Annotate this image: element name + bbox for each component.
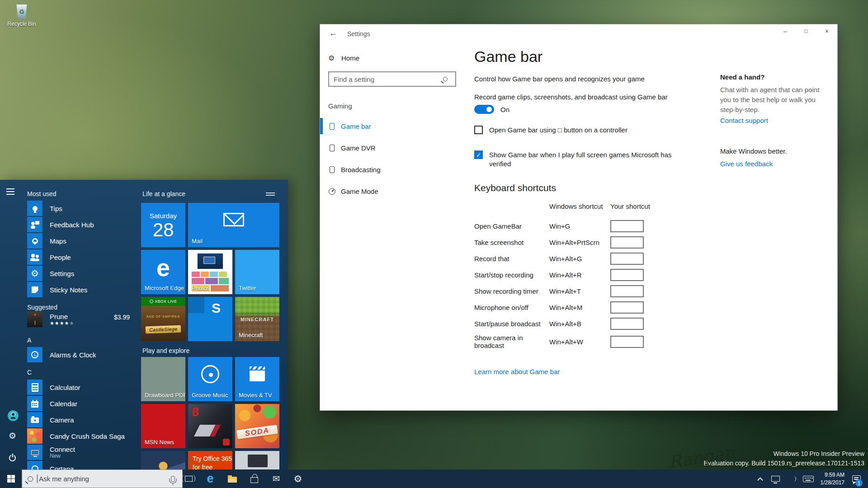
home-label: Home	[341, 54, 359, 62]
new-badge: New	[50, 453, 75, 459]
tile-microsoft-edge[interactable]: e Microsoft Edge	[141, 250, 185, 294]
your-shortcut-input[interactable]	[610, 318, 644, 330]
shortcut-action: Take screenshot	[474, 239, 549, 246]
record-toggle[interactable]	[474, 105, 494, 114]
app-item-alarms-clock[interactable]: Alarms & Clock	[27, 347, 96, 362]
edge-icon: e	[207, 473, 213, 485]
group-drag-handle[interactable]	[266, 192, 275, 196]
tile-drawboard-pdf[interactable]: Drawboard PDF	[141, 357, 185, 401]
back-button[interactable]: ←	[327, 28, 339, 39]
shortcut-keys: Win+Alt+G	[549, 255, 610, 263]
learn-more-link[interactable]: Learn more about Game bar	[474, 368, 560, 375]
clock-date: 1/28/2017	[816, 479, 844, 487]
tile-msn-news[interactable]: MSN News	[141, 404, 185, 448]
recycle-bin[interactable]: ♻ Recycle Bin	[7, 5, 36, 27]
taskbar-clock[interactable]: 9:59 AM 1/28/2017	[816, 471, 844, 487]
tile-group-header-2[interactable]: Play and explore	[142, 347, 189, 354]
your-shortcut-input[interactable]	[610, 269, 644, 281]
mail-button[interactable]: ✉	[265, 469, 287, 488]
microphone-icon[interactable]	[171, 476, 175, 482]
app-item-sticky-notes[interactable]: Sticky Notes	[27, 282, 87, 297]
volume-button[interactable]	[784, 469, 799, 488]
tile-group-header-1[interactable]: Life at a glance	[142, 190, 185, 197]
tray-chevron-button[interactable]	[754, 469, 766, 488]
maximize-button[interactable]: □	[796, 24, 816, 38]
start-button[interactable]	[0, 469, 22, 488]
calendar-icon	[31, 401, 38, 408]
app-item-tips[interactable]: Tips	[27, 201, 62, 216]
store-button[interactable]	[243, 469, 265, 488]
tile-age-of-empires[interactable]: XBOX LIVE AGE OF EMPIRES CastleSiege	[141, 297, 185, 341]
find-setting-input[interactable]	[328, 71, 456, 87]
your-shortcut-input[interactable]	[610, 285, 644, 297]
your-shortcut-input[interactable]	[610, 336, 644, 348]
tile-candy-crush-soda[interactable]: SODA	[235, 404, 279, 448]
page-subtitle: Control how Game bar opens and recognize…	[474, 75, 645, 83]
minimize-button[interactable]: –	[775, 24, 796, 38]
file-explorer-button[interactable]	[222, 469, 243, 488]
touch-keyboard-button[interactable]	[800, 469, 816, 488]
section-letter-c[interactable]: C	[27, 369, 32, 376]
text-cursor	[37, 474, 38, 483]
network-button[interactable]	[768, 469, 783, 488]
section-letter-a[interactable]: A	[27, 337, 31, 344]
tile-twitter[interactable]: Twitter	[235, 250, 279, 294]
shortcut-row: Show camera in broadcast Win+Alt+W	[474, 332, 687, 352]
start-settings-button[interactable]: ⚙	[9, 432, 16, 440]
contact-support-link[interactable]: Contact support	[720, 117, 768, 124]
window-controls: – □ ×	[775, 24, 837, 38]
app-item-cortana[interactable]: Cortana	[27, 461, 74, 470]
app-item-people[interactable]: People	[27, 249, 71, 265]
your-shortcut-input[interactable]	[610, 253, 644, 265]
tile-calendar[interactable]: Saturday 28	[141, 203, 185, 247]
app-item-candy-crush[interactable]: Candy Crush Soda Saga	[27, 428, 125, 444]
settings-content: Game bar Control how Game bar opens and …	[474, 24, 687, 411]
tile-reader-app[interactable]	[235, 451, 279, 470]
action-center-button[interactable]: 1	[847, 469, 865, 488]
close-button[interactable]: ×	[816, 24, 837, 38]
desktop: ♻ Recycle Bin Windows 10 Pro Insider Pre…	[0, 0, 868, 488]
fullscreen-checkbox[interactable]	[474, 150, 483, 159]
edge-taskbar-button[interactable]: e	[199, 469, 221, 488]
search-icon	[28, 476, 33, 482]
nav-item-home[interactable]: ⚙ Home	[328, 50, 456, 66]
tile-photos[interactable]: Photos	[188, 250, 232, 294]
your-shortcut-input[interactable]	[610, 236, 644, 249]
app-item-feedback-hub[interactable]: Feedback Hub	[27, 217, 94, 232]
tile-office-365[interactable]: Try Office 365 for free	[188, 451, 232, 470]
give-feedback-link[interactable]: Give us feedback	[720, 160, 773, 168]
nav-item-game-dvr[interactable]: Game DVR	[320, 138, 456, 158]
tile-game-art[interactable]	[141, 451, 185, 470]
nav-item-game-bar[interactable]: Game bar	[320, 116, 456, 136]
task-view-button[interactable]	[178, 469, 199, 488]
clapperboard-icon	[250, 371, 265, 381]
your-shortcut-input[interactable]	[610, 301, 644, 314]
power-button[interactable]	[9, 455, 16, 461]
nav-item-game-mode[interactable]: Game Mode	[320, 181, 456, 201]
app-item-settings[interactable]: ⚙ Settings	[27, 266, 74, 281]
app-item-maps[interactable]: Maps	[27, 233, 66, 249]
tile-groove-music[interactable]: Groove Music	[188, 357, 232, 401]
your-shortcut-input[interactable]	[610, 220, 644, 232]
tile-movies-tv[interactable]: Movies & TV	[235, 357, 279, 401]
controller-checkbox[interactable]	[474, 126, 483, 134]
column-windows-shortcut: Windows shortcut	[549, 202, 603, 210]
user-avatar[interactable]	[8, 410, 19, 421]
game-bar-icon	[330, 123, 335, 130]
tile-asphalt-8[interactable]: 8	[188, 404, 232, 448]
app-item-camera[interactable]: Camera	[27, 412, 74, 427]
tile-mail[interactable]: Mail	[188, 203, 279, 247]
game-mode-icon	[329, 188, 335, 195]
shortcut-keys: Win+Alt+B	[549, 320, 610, 328]
settings-taskbar-button[interactable]: ⚙	[287, 469, 309, 488]
menu-button[interactable]	[6, 188, 14, 195]
tile-skype[interactable]: S	[188, 297, 232, 341]
controller-checkbox-row: Open Game bar using □ button on a contro…	[474, 126, 627, 135]
nav-item-broadcasting[interactable]: Broadcasting	[320, 160, 456, 179]
app-item-calendar[interactable]: Calendar	[27, 396, 77, 411]
shortcut-action: Start/stop recording	[474, 271, 549, 279]
app-item-calculator[interactable]: Calculator	[27, 380, 80, 395]
tile-minecraft[interactable]: MINECRAFT Minecraft	[235, 297, 279, 341]
app-item-connect[interactable]: Connect New	[27, 445, 75, 460]
taskbar-search[interactable]: Ask me anything	[22, 469, 183, 488]
